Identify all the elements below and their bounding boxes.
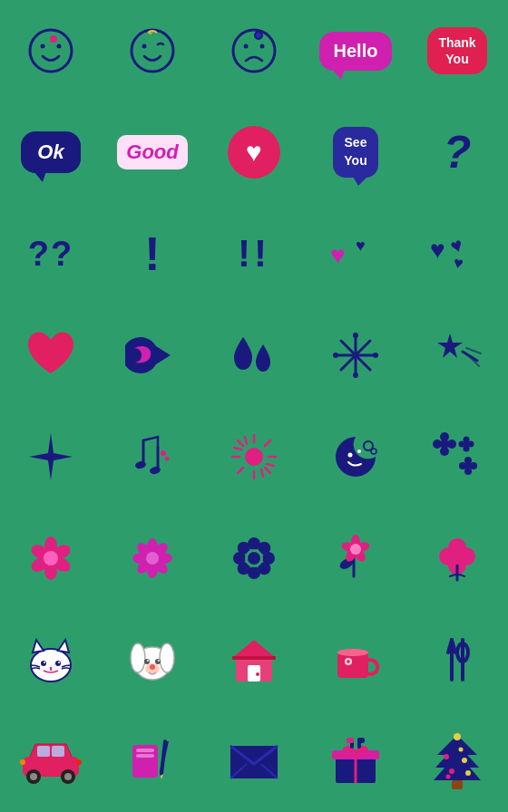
svg-point-121 bbox=[256, 672, 259, 676]
cell-water-drops[interactable] bbox=[203, 304, 305, 406]
xmas-tree-icon bbox=[430, 731, 484, 791]
svg-point-6 bbox=[233, 30, 275, 72]
svg-point-107 bbox=[58, 662, 60, 663]
flower-cluster-icon bbox=[430, 430, 484, 484]
svg-point-137 bbox=[30, 773, 37, 780]
cell-heart-bubble[interactable]: ♥ bbox=[203, 102, 305, 203]
cell-flower-hot[interactable] bbox=[102, 508, 203, 609]
cell-shooting-star[interactable] bbox=[406, 304, 508, 406]
svg-point-95 bbox=[350, 544, 361, 555]
cell-hearts-cluster[interactable]: ♥ ♥ ♥ bbox=[406, 203, 508, 304]
svg-rect-123 bbox=[337, 652, 368, 678]
cell-hearts-scatter[interactable]: ♥ ♥ bbox=[305, 203, 406, 304]
thankyou-bubble: Thank You bbox=[427, 27, 486, 74]
car-icon bbox=[19, 737, 83, 786]
cell-utensils[interactable] bbox=[406, 609, 508, 710]
exclaim-double-icon: !! bbox=[238, 232, 270, 276]
exclaim-single-icon: ! bbox=[144, 227, 160, 281]
cell-thankyou[interactable]: Thank You bbox=[406, 0, 508, 102]
cat-icon bbox=[24, 633, 78, 687]
svg-point-164 bbox=[444, 754, 449, 759]
cell-exclaim-double[interactable]: !! bbox=[203, 203, 305, 304]
cell-hello[interactable]: Hello bbox=[305, 0, 406, 102]
svg-text:♥: ♥ bbox=[330, 241, 346, 269]
cell-sun-burst[interactable] bbox=[203, 406, 305, 508]
svg-point-169 bbox=[459, 748, 464, 752]
cell-flower-stem[interactable] bbox=[305, 508, 406, 609]
svg-point-0 bbox=[30, 30, 72, 72]
svg-point-4 bbox=[132, 30, 173, 72]
svg-line-40 bbox=[261, 469, 263, 477]
shooting-star-icon bbox=[430, 328, 484, 382]
face-wink-icon bbox=[128, 26, 177, 75]
cell-xmas-tree[interactable] bbox=[406, 710, 508, 812]
face-sad-icon bbox=[230, 26, 278, 75]
cell-flower-pink[interactable] bbox=[0, 508, 102, 609]
svg-point-77 bbox=[146, 552, 159, 565]
pac-blue-icon bbox=[125, 328, 180, 382]
clover-icon bbox=[430, 531, 484, 585]
cell-seeyou[interactable]: See You bbox=[305, 102, 406, 203]
cell-good[interactable]: Good bbox=[102, 102, 203, 203]
cell-car[interactable] bbox=[0, 710, 102, 812]
cell-star-burst[interactable] bbox=[305, 304, 406, 406]
cell-dog[interactable] bbox=[102, 609, 203, 710]
cell-house[interactable] bbox=[203, 609, 305, 710]
svg-point-111 bbox=[144, 659, 150, 664]
heart-pink-circle: ♥ bbox=[228, 126, 280, 179]
svg-point-7 bbox=[244, 44, 249, 49]
cell-face-smile[interactable] bbox=[0, 0, 102, 102]
cell-flower-ring[interactable] bbox=[203, 508, 305, 609]
svg-point-163 bbox=[454, 733, 461, 740]
cell-wallet-pen[interactable] bbox=[102, 710, 203, 812]
cell-moon-face[interactable] bbox=[305, 406, 406, 508]
svg-marker-25 bbox=[437, 334, 463, 358]
cell-face-sad[interactable] bbox=[203, 0, 305, 102]
question-mark-icon: ? bbox=[444, 130, 472, 175]
cell-heart-pink[interactable] bbox=[0, 304, 102, 406]
ok-bubble: Ok bbox=[21, 131, 80, 173]
cell-gift[interactable] bbox=[305, 710, 406, 812]
cell-face-wink[interactable] bbox=[102, 0, 203, 102]
cell-envelope[interactable] bbox=[203, 710, 305, 812]
cell-music-notes[interactable] bbox=[102, 406, 203, 508]
cell-flower-cluster[interactable] bbox=[406, 406, 508, 508]
svg-point-22 bbox=[353, 372, 358, 378]
svg-point-46 bbox=[371, 449, 376, 454]
hearts-cluster-icon: ♥ ♥ ♥ bbox=[430, 229, 484, 278]
cell-ok[interactable]: Ok bbox=[0, 102, 102, 203]
svg-point-10 bbox=[256, 33, 261, 38]
svg-rect-144 bbox=[136, 754, 154, 758]
svg-rect-134 bbox=[37, 746, 50, 757]
svg-point-124 bbox=[337, 649, 368, 656]
svg-rect-143 bbox=[136, 749, 154, 752]
cell-pac-blue[interactable] bbox=[102, 304, 203, 406]
svg-point-168 bbox=[446, 775, 451, 779]
cell-question-fancy[interactable]: ? bbox=[406, 102, 508, 203]
sticker-grid: Hello Thank You Ok Good ♥ See You bbox=[0, 0, 508, 812]
cell-double-question[interactable]: ?? bbox=[0, 203, 102, 304]
cell-clover[interactable] bbox=[406, 508, 508, 609]
svg-point-29 bbox=[165, 457, 170, 461]
svg-point-165 bbox=[462, 758, 467, 763]
svg-point-112 bbox=[155, 659, 161, 664]
house-icon bbox=[227, 633, 281, 687]
star-burst-icon bbox=[328, 328, 383, 382]
svg-point-87 bbox=[248, 552, 260, 565]
svg-point-44 bbox=[357, 450, 361, 453]
svg-point-141 bbox=[76, 759, 82, 765]
cell-cat[interactable] bbox=[0, 609, 102, 710]
svg-marker-117 bbox=[232, 640, 276, 658]
svg-text:♥: ♥ bbox=[452, 254, 464, 274]
svg-text:♥: ♥ bbox=[356, 237, 366, 255]
svg-point-116 bbox=[150, 664, 155, 670]
svg-point-99 bbox=[439, 547, 457, 566]
cell-exclaim-single[interactable]: ! bbox=[102, 203, 203, 304]
cell-sparkle[interactable] bbox=[0, 406, 102, 508]
face-smile-icon bbox=[26, 26, 75, 75]
hello-bubble: Hello bbox=[319, 32, 393, 71]
svg-point-21 bbox=[353, 333, 358, 338]
cell-mug[interactable] bbox=[305, 609, 406, 710]
svg-line-36 bbox=[265, 468, 270, 473]
dog-icon bbox=[125, 633, 180, 687]
